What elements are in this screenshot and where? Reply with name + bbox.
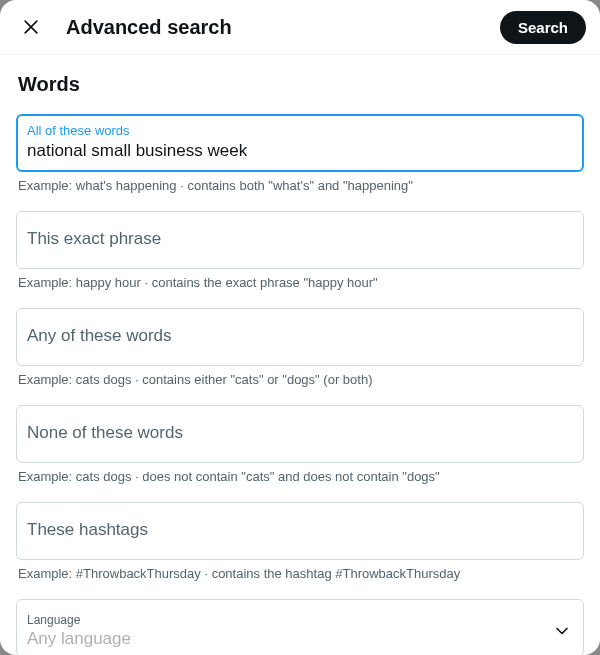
- dropdown-label-language: Language: [27, 613, 551, 627]
- modal-content: Words All of these words Example: what's…: [0, 55, 600, 655]
- hint-any-words: Example: cats dogs · contains either "ca…: [16, 372, 584, 387]
- field-label-any-words: Any of these words: [27, 326, 573, 346]
- field-exact-phrase[interactable]: This exact phrase: [16, 211, 584, 269]
- field-group-exact-phrase: This exact phrase Example: happy hour · …: [16, 211, 584, 290]
- language-dropdown[interactable]: Language Any language: [16, 599, 584, 655]
- field-group-hashtags: These hashtags Example: #ThrowbackThursd…: [16, 502, 584, 581]
- hint-hashtags: Example: #ThrowbackThursday · contains t…: [16, 566, 584, 581]
- search-button[interactable]: Search: [500, 11, 586, 44]
- field-group-language: Language Any language: [16, 599, 584, 655]
- field-any-words[interactable]: Any of these words: [16, 308, 584, 366]
- hint-none-words: Example: cats dogs · does not contain "c…: [16, 469, 584, 484]
- modal-title: Advanced search: [66, 16, 482, 39]
- field-group-any-words: Any of these words Example: cats dogs · …: [16, 308, 584, 387]
- all-words-input[interactable]: [27, 141, 573, 161]
- field-all-words[interactable]: All of these words: [16, 114, 584, 172]
- field-none-words[interactable]: None of these words: [16, 405, 584, 463]
- field-label-hashtags: These hashtags: [27, 520, 573, 540]
- field-label-exact-phrase: This exact phrase: [27, 229, 573, 249]
- section-title-words: Words: [18, 73, 584, 96]
- field-label-none-words: None of these words: [27, 423, 573, 443]
- advanced-search-modal: Advanced search Search Words All of thes…: [0, 0, 600, 655]
- field-hashtags[interactable]: These hashtags: [16, 502, 584, 560]
- field-label-all-words: All of these words: [27, 123, 573, 139]
- dropdown-value-language: Any language: [27, 629, 551, 649]
- field-group-none-words: None of these words Example: cats dogs ·…: [16, 405, 584, 484]
- modal-header: Advanced search Search: [0, 0, 600, 55]
- field-group-all-words: All of these words Example: what's happe…: [16, 114, 584, 193]
- hint-all-words: Example: what's happening · contains bot…: [16, 178, 584, 193]
- chevron-down-icon: [551, 620, 573, 642]
- close-icon[interactable]: [14, 10, 48, 44]
- hint-exact-phrase: Example: happy hour · contains the exact…: [16, 275, 584, 290]
